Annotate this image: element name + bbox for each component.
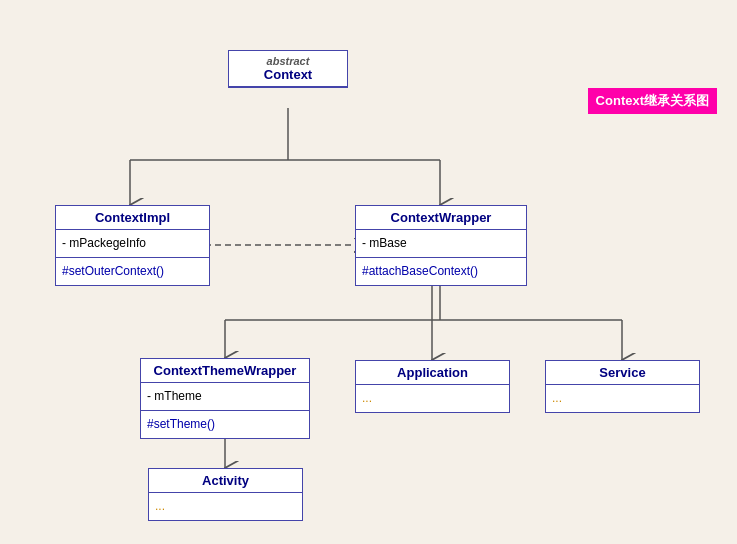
context-abstract: abstract [235, 55, 341, 67]
contextimpl-method1: #setOuterContext() [62, 262, 203, 281]
application-extra: ... [362, 389, 503, 408]
context-title: abstract Context [229, 51, 347, 87]
service-title: Service [546, 361, 699, 385]
contextimpl-box: ContextImpl - mPackegeInfo #setOuterCont… [55, 205, 210, 286]
application-title: Application [356, 361, 509, 385]
contextwrapper-box: ContextWrapper - mBase #attachBaseContex… [355, 205, 527, 286]
contextthemewrapper-title: ContextThemeWrapper [141, 359, 309, 383]
activity-box: Activity ... [148, 468, 303, 521]
contextwrapper-field1: - mBase [362, 234, 520, 253]
contextthemewrapper-body: - mTheme [141, 383, 309, 410]
contextthemewrapper-method1: #setTheme() [147, 415, 303, 434]
contextwrapper-title: ContextWrapper [356, 206, 526, 230]
contextimpl-title: ContextImpl [56, 206, 209, 230]
diagram-label-text: Context继承关系图 [596, 93, 709, 108]
service-body: ... [546, 385, 699, 412]
contextimpl-body: - mPackegeInfo [56, 230, 209, 257]
contextwrapper-methods: #attachBaseContext() [356, 257, 526, 285]
activity-title: Activity [149, 469, 302, 493]
contextimpl-field1: - mPackegeInfo [62, 234, 203, 253]
service-box: Service ... [545, 360, 700, 413]
context-box: abstract Context [228, 50, 348, 88]
contextimpl-methods: #setOuterContext() [56, 257, 209, 285]
contextthemewrapper-field1: - mTheme [147, 387, 303, 406]
contextthemewrapper-methods: #setTheme() [141, 410, 309, 438]
contextwrapper-body: - mBase [356, 230, 526, 257]
application-body: ... [356, 385, 509, 412]
activity-body: ... [149, 493, 302, 520]
contextthemewrapper-box: ContextThemeWrapper - mTheme #setTheme() [140, 358, 310, 439]
diagram-label: Context继承关系图 [588, 88, 717, 114]
application-box: Application ... [355, 360, 510, 413]
service-extra: ... [552, 389, 693, 408]
activity-extra: ... [155, 497, 296, 516]
contextwrapper-method1: #attachBaseContext() [362, 262, 520, 281]
diagram-container: abstract Context ContextImpl - mPackegeI… [0, 0, 737, 544]
